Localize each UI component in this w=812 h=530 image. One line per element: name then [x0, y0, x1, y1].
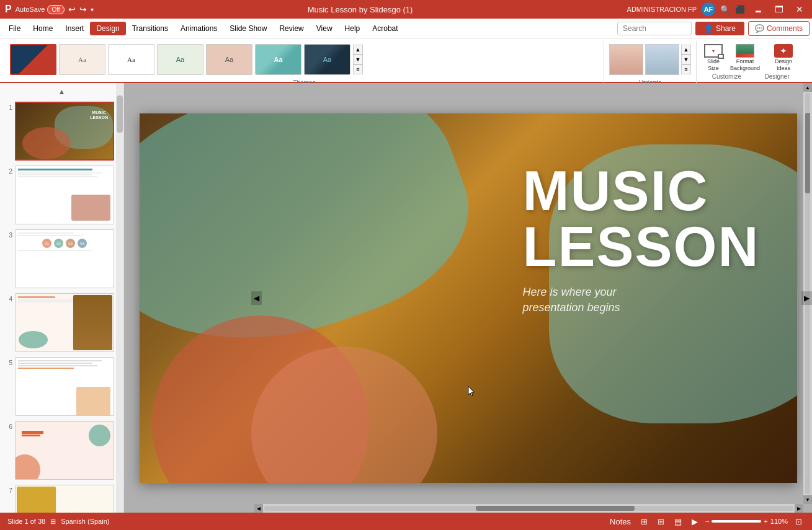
slide-panel: ▲ 1 MUSIC LESSON 2 [0, 83, 124, 513]
themes-scroll-up[interactable]: ▲ [353, 45, 363, 55]
minimize-btn[interactable]: 🗕 [750, 4, 766, 14]
menu-review[interactable]: Review [273, 22, 310, 35]
user-avatar[interactable]: AF [702, 2, 715, 16]
comments-button[interactable]: 💬 Comments [748, 21, 810, 36]
h-scroll-thumb[interactable] [476, 506, 635, 511]
customize-section: ▾ SlideSize FormatBackground ✦ DesignIde… [697, 41, 807, 82]
menu-acrobat[interactable]: Acrobat [366, 22, 404, 35]
menu-design[interactable]: Design [90, 22, 125, 35]
share-button[interactable]: 👤 Share [695, 22, 744, 35]
slide-3-preview: 01 02 03 04 [15, 229, 114, 288]
theme-3[interactable]: Aa [108, 44, 154, 75]
variants-scroll-down[interactable]: ▼ [681, 55, 691, 64]
slide-4-thumb[interactable]: 4 [2, 292, 121, 353]
variants-more[interactable]: ≡ [681, 64, 691, 74]
v-scroll-down[interactable]: ▼ [803, 495, 812, 504]
title-block[interactable]: MUSIC LESSON Here is where yourpresentat… [522, 163, 759, 316]
autosave-toggle[interactable]: Off [47, 5, 64, 14]
slide-subtitle: Here is where yourpresentation begins [522, 285, 759, 316]
accessibility-icon[interactable]: ⊞ [50, 518, 56, 526]
slide-6-thumb[interactable]: 6 [2, 420, 121, 481]
slide-3-thumb[interactable]: 3 01 02 03 04 [2, 228, 121, 289]
title-bar-right: ADMINISTRACION FP AF 🔍 ⬛ 🗕 🗖 ✕ [627, 2, 807, 16]
format-background-button[interactable]: FormatBackground [728, 43, 762, 73]
v-scroll-up[interactable]: ▲ [803, 83, 812, 92]
slide-sorter-btn[interactable]: ⊞ [655, 516, 667, 528]
design-ideas-button[interactable]: ✦ DesignIdeas [765, 43, 802, 73]
slideshow-btn[interactable]: ▶ [689, 516, 700, 528]
slide-5-thumb[interactable]: 5 [2, 356, 121, 417]
redo-btn[interactable]: ↪ [79, 4, 87, 14]
theme-1[interactable] [10, 44, 56, 75]
zoom-in-btn[interactable]: + [764, 518, 767, 525]
svg-marker-0 [468, 386, 474, 396]
slide-1-num: 1 [4, 104, 12, 111]
menu-insert[interactable]: Insert [59, 22, 90, 35]
menu-file[interactable]: File [2, 22, 27, 35]
menu-animations[interactable]: Animations [174, 22, 223, 35]
h-scroll-track [264, 506, 793, 511]
themes-section: Aa Aa Aa Aa Aa [5, 41, 604, 89]
variants-scroll-up[interactable]: ▲ [681, 45, 691, 55]
slides-scrollbar[interactable] [116, 83, 123, 513]
menu-transitions[interactable]: Transitions [126, 22, 174, 35]
theme-4[interactable]: Aa [157, 44, 203, 75]
h-scroll-right[interactable]: ▶ [795, 504, 803, 513]
theme-7[interactable]: Aa [304, 44, 350, 75]
slide-info: Slide 1 of 38 [7, 518, 45, 525]
themes-scroll-down[interactable]: ▼ [353, 55, 363, 64]
slide-5-preview [15, 357, 114, 416]
maximize-btn[interactable]: 🗖 [771, 4, 787, 14]
menu-home[interactable]: Home [27, 22, 59, 35]
canvas-left-nav[interactable]: ◀ [251, 291, 262, 305]
slide-2-thumb[interactable]: 2 [2, 164, 121, 226]
normal-view-btn[interactable]: ⊞ [638, 516, 650, 528]
fit-window-btn[interactable]: ⊡ [793, 516, 805, 528]
slide-canvas[interactable]: MUSIC LESSON Here is where yourpresentat… [140, 113, 797, 483]
customize-label: Customize [702, 72, 752, 82]
title-bar-left: P AutoSave Off ↩ ↪ ▾ [5, 4, 94, 15]
slides-scroll-up[interactable]: ▲ [2, 86, 121, 98]
slides-scroll-thumb[interactable] [117, 95, 123, 133]
v-scroll-thumb[interactable] [805, 113, 810, 193]
variant-2[interactable] [645, 44, 679, 75]
close-btn[interactable]: ✕ [792, 4, 807, 14]
zoom-area: − + 110% [705, 518, 788, 525]
autosave-area: AutoSave Off [16, 5, 65, 14]
search-input[interactable] [617, 22, 692, 35]
slide-title-line1: MUSIC [522, 163, 759, 219]
menu-bar: File Home Insert Design Transitions Anim… [0, 19, 812, 38]
menu-view[interactable]: View [310, 22, 339, 35]
title-bar: P AutoSave Off ↩ ↪ ▾ Music Lesson by Sli… [0, 0, 812, 19]
themes-area: Aa Aa Aa Aa Aa [10, 43, 363, 76]
menu-slideshow[interactable]: Slide Show [223, 22, 273, 35]
theme-6[interactable]: Aa [255, 44, 301, 75]
slide-7-preview [15, 485, 114, 513]
app-logo: P [5, 4, 12, 15]
canvas-right-nav[interactable]: ▶ [801, 291, 812, 305]
zoom-out-btn[interactable]: − [705, 518, 709, 525]
h-scroll-left[interactable]: ◀ [254, 504, 263, 513]
menu-help[interactable]: Help [339, 22, 367, 35]
qat-menu[interactable]: ▾ [91, 6, 94, 13]
slide-7-thumb[interactable]: 7 [2, 484, 121, 513]
language: Spanish (Spain) [61, 518, 109, 525]
themes-more[interactable]: ≡ [353, 64, 363, 74]
h-scrollbar[interactable]: ◀ ▶ [254, 504, 803, 513]
slide-title-line2: LESSON [522, 219, 759, 275]
comments-icon: 💬 [755, 24, 764, 33]
undo-btn[interactable]: ↩ [68, 4, 76, 14]
slide-1-thumb[interactable]: 1 MUSIC LESSON [2, 100, 121, 162]
notes-button[interactable]: Notes [607, 516, 633, 528]
menu-share-area: 👤 Share 💬 Comments [617, 21, 810, 36]
reading-view-btn[interactable]: ▤ [672, 516, 684, 528]
ribbon-display-btn[interactable]: ⬛ [735, 5, 745, 14]
search-btn[interactable]: 🔍 [720, 5, 730, 14]
slide-4-num: 4 [4, 296, 12, 303]
zoom-slider[interactable] [712, 520, 761, 523]
theme-2[interactable]: Aa [59, 44, 105, 75]
slide-1-preview: MUSIC LESSON [15, 102, 114, 161]
variant-1[interactable] [609, 44, 643, 75]
slide-size-button[interactable]: ▾ SlideSize [702, 43, 725, 73]
theme-5[interactable]: Aa [206, 44, 252, 75]
